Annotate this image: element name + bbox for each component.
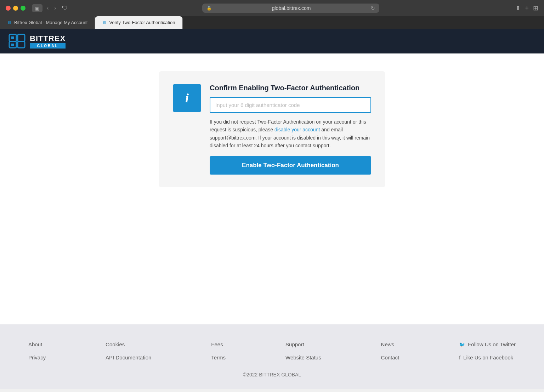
toolbar-actions: ⬆ + ⊞ xyxy=(515,4,538,12)
confirm-card: i Confirm Enabling Two-Factor Authentica… xyxy=(159,71,385,187)
footer-col-2: Cookies API Documentation xyxy=(106,341,151,360)
info-icon: i xyxy=(185,91,189,106)
footer-link-twitter[interactable]: 🐦 Follow Us on Twitter xyxy=(459,341,516,347)
tab-overview-button[interactable]: ⊞ xyxy=(533,4,538,12)
svg-rect-1 xyxy=(11,36,14,39)
bittrex-logo-icon xyxy=(8,34,26,49)
tabs-bar: 🖥 Bittrex Global - Manage My Account 🖥 V… xyxy=(0,16,544,29)
footer-link-cookies[interactable]: Cookies xyxy=(106,341,151,347)
logo: BITTREX GLOBAL xyxy=(8,34,66,49)
close-button[interactable] xyxy=(6,6,11,11)
twitter-label: Follow Us on Twitter xyxy=(468,341,516,347)
disable-account-link[interactable]: disable your account xyxy=(274,127,320,132)
footer-col-5: News Contact xyxy=(381,341,400,360)
footer-link-terms[interactable]: Terms xyxy=(211,354,226,360)
logo-text: BITTREX GLOBAL xyxy=(30,34,66,49)
footer-link-support[interactable]: Support xyxy=(285,341,321,347)
fullscreen-button[interactable] xyxy=(21,6,26,11)
browser-controls: ▣ ‹ › 🛡 xyxy=(32,4,69,12)
facebook-label: Like Us on Facebook xyxy=(463,354,513,360)
address-bar[interactable]: 🔒 global.bittrex.com ↻ xyxy=(202,4,379,13)
nav-header: BITTREX GLOBAL xyxy=(0,29,544,53)
logo-bittrex: BITTREX xyxy=(30,34,66,43)
footer-col-4: Support Website Status xyxy=(285,341,321,360)
url-text: global.bittrex.com xyxy=(214,5,369,11)
footer-col-3: Fees Terms xyxy=(211,341,226,360)
tab-icon-1: 🖥 xyxy=(7,20,11,25)
share-button[interactable]: ⬆ xyxy=(515,4,521,12)
logo-global: GLOBAL xyxy=(30,43,66,49)
facebook-icon: f xyxy=(459,355,460,360)
footer-col-1: About Privacy xyxy=(28,341,46,360)
minimize-button[interactable] xyxy=(13,6,18,11)
main-content: i Confirm Enabling Two-Factor Authentica… xyxy=(0,53,544,324)
tab-manage-account[interactable]: 🖥 Bittrex Global - Manage My Account xyxy=(0,16,95,29)
footer: About Privacy Cookies API Documentation … xyxy=(0,324,544,389)
footer-link-privacy[interactable]: Privacy xyxy=(28,354,46,360)
footer-link-facebook[interactable]: f Like Us on Facebook xyxy=(459,354,516,360)
tab-verify-2fa[interactable]: 🖥 Verify Two-Factor Authentication xyxy=(95,16,182,29)
footer-link-news[interactable]: News xyxy=(381,341,400,347)
title-bar: ▣ ‹ › 🛡 🔒 global.bittrex.com ↻ ⬆ + ⊞ xyxy=(0,0,544,16)
card-right: Confirm Enabling Two-Factor Authenticati… xyxy=(210,84,371,175)
sidebar-icon: ▣ xyxy=(35,6,39,11)
authenticator-code-input[interactable] xyxy=(210,97,371,113)
footer-link-api-docs[interactable]: API Documentation xyxy=(106,354,151,360)
footer-link-website-status[interactable]: Website Status xyxy=(285,354,321,360)
info-icon-box: i xyxy=(173,84,201,112)
card-description: If you did not request Two-Factor Authen… xyxy=(210,118,371,150)
footer-links: About Privacy Cookies API Documentation … xyxy=(28,341,516,360)
card-title: Confirm Enabling Two-Factor Authenticati… xyxy=(210,84,371,92)
tab-icon-2: 🖥 xyxy=(102,20,106,25)
shield-icon: 🛡 xyxy=(62,5,68,11)
enable-2fa-button[interactable]: Enable Two-Factor Authentication xyxy=(210,156,371,175)
reload-button[interactable]: ↻ xyxy=(371,5,375,11)
tab-label-1: Bittrex Global - Manage My Account xyxy=(14,20,87,25)
sidebar-toggle[interactable]: ▣ xyxy=(32,4,42,12)
lock-icon: 🔒 xyxy=(206,6,212,11)
footer-copyright: ©2022 BITTREX GLOBAL xyxy=(28,372,516,377)
svg-rect-2 xyxy=(18,34,25,41)
browser-chrome: ▣ ‹ › 🛡 🔒 global.bittrex.com ↻ ⬆ + ⊞ 🖥 B… xyxy=(0,0,544,29)
tab-label-2: Verify Two-Factor Authentication xyxy=(109,20,175,25)
footer-link-contact[interactable]: Contact xyxy=(381,354,400,360)
footer-col-6: 🐦 Follow Us on Twitter f Like Us on Face… xyxy=(459,341,516,360)
back-button[interactable]: ‹ xyxy=(45,4,50,12)
footer-link-fees[interactable]: Fees xyxy=(211,341,226,347)
twitter-icon: 🐦 xyxy=(459,342,465,347)
svg-rect-5 xyxy=(11,44,14,46)
forward-button[interactable]: › xyxy=(53,4,57,12)
app-wrapper: BITTREX GLOBAL i Confirm Enabling Two-Fa… xyxy=(0,29,544,389)
traffic-lights xyxy=(6,6,26,11)
new-tab-button[interactable]: + xyxy=(525,5,529,12)
footer-link-about[interactable]: About xyxy=(28,341,46,347)
svg-rect-3 xyxy=(18,41,25,48)
